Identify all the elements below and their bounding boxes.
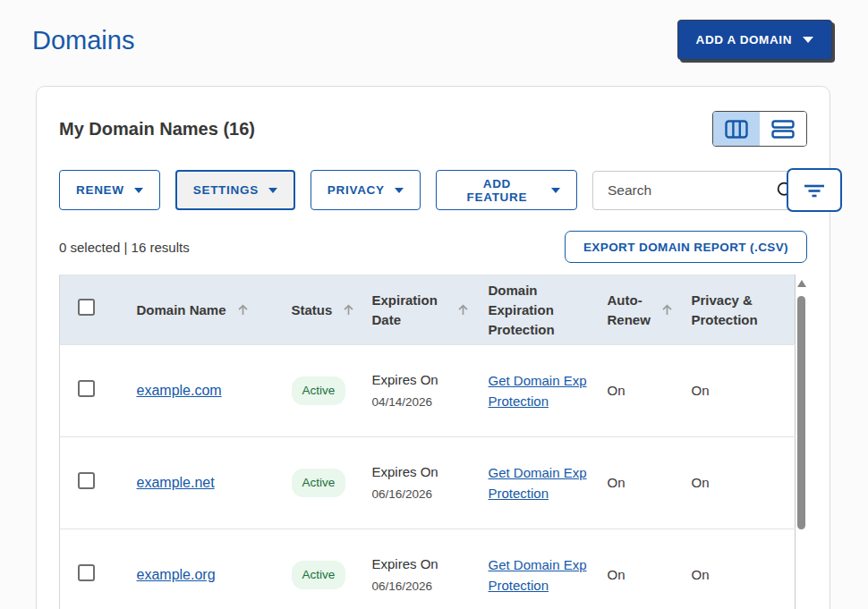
- caret-down-icon: [268, 188, 277, 193]
- domain-link[interactable]: example.org: [137, 567, 216, 582]
- get-domain-exp-protection-link[interactable]: Get Domain Exp Protection: [489, 462, 590, 504]
- table-header-row: Domain Name Status: [60, 275, 796, 345]
- column-label: Auto-Renew: [608, 291, 651, 330]
- select-all-checkbox[interactable]: [78, 299, 95, 316]
- toolbar: RENEW SETTINGS PRIVACY ADD FEATURE: [59, 170, 807, 210]
- status-badge: Active: [292, 376, 346, 405]
- sort-ascending-icon[interactable]: [341, 302, 356, 317]
- domains-table-wrap: Domain Name Status: [59, 275, 807, 609]
- column-label: Domain Name: [137, 300, 226, 320]
- add-a-domain-label: ADD A DOMAIN: [696, 33, 792, 47]
- domain-link[interactable]: example.com: [137, 383, 222, 398]
- column-header-status[interactable]: Status: [279, 275, 360, 345]
- table-row: example.org Active Expires On 06/16/2026…: [60, 529, 796, 609]
- privacy-protection-value: On: [692, 567, 710, 582]
- expires-on-label: Expires On: [372, 370, 471, 391]
- privacy-button[interactable]: PRIVACY: [311, 170, 421, 210]
- status-badge: Active: [292, 469, 346, 497]
- selection-summary: 0 selected | 16 results: [59, 240, 190, 255]
- search-box: [592, 171, 807, 210]
- expiration-date: 04/14/2026: [372, 393, 471, 411]
- my-domain-names-card: My Domain Names (16): [36, 86, 830, 609]
- scrollbar-thumb[interactable]: [797, 296, 805, 529]
- auto-renew-value: On: [608, 567, 625, 582]
- column-label: Status: [292, 300, 333, 320]
- renew-button[interactable]: RENEW: [59, 170, 160, 210]
- caret-down-icon: [803, 37, 813, 43]
- get-domain-exp-protection-link[interactable]: Get Domain Exp Protection: [489, 370, 590, 412]
- filter-button[interactable]: [787, 168, 842, 212]
- card-title-row: My Domain Names (16): [59, 111, 807, 147]
- row-checkbox[interactable]: [78, 380, 95, 397]
- export-domain-report-button[interactable]: EXPORT DOMAIN REPORT (.CSV): [565, 231, 807, 263]
- add-feature-button[interactable]: ADD FEATURE: [436, 170, 577, 210]
- selection-row: 0 selected | 16 results EXPORT DOMAIN RE…: [59, 231, 807, 263]
- column-header-domain-name[interactable]: Domain Name: [124, 275, 279, 345]
- row-view-button[interactable]: [760, 112, 806, 146]
- column-header-expiration-date[interactable]: Expiration Date: [360, 275, 476, 345]
- auto-renew-value: On: [608, 383, 625, 398]
- search-input[interactable]: [608, 182, 776, 199]
- card-title: My Domain Names (16): [59, 119, 255, 140]
- sort-ascending-icon[interactable]: [235, 302, 251, 317]
- row-checkbox[interactable]: [78, 472, 95, 489]
- renew-label: RENEW: [76, 183, 124, 197]
- settings-button[interactable]: SETTINGS: [175, 170, 295, 210]
- table-row: example.net Active Expires On 06/16/2026…: [60, 437, 796, 529]
- column-header-privacy-protection[interactable]: Privacy & Protection: [679, 275, 796, 345]
- column-header-domain-expiration-protection[interactable]: Domain Expiration Protection: [476, 275, 595, 345]
- filter-icon: [804, 182, 825, 199]
- page-title: Domains: [32, 20, 134, 55]
- expiration-date: 06/16/2026: [372, 486, 471, 503]
- table-row: example.com Active Expires On 04/14/2026…: [60, 345, 796, 437]
- caret-down-icon: [551, 188, 560, 193]
- privacy-label: PRIVACY: [328, 183, 385, 197]
- scroll-up-icon[interactable]: [797, 280, 806, 287]
- domain-link[interactable]: example.net: [137, 475, 215, 490]
- caret-down-icon: [395, 188, 404, 193]
- privacy-protection-value: On: [692, 475, 710, 490]
- column-label: Domain Expiration Protection: [489, 283, 555, 337]
- settings-label: SETTINGS: [193, 183, 259, 197]
- expiration-date: 06/16/2026: [372, 578, 471, 596]
- status-badge: Active: [292, 561, 346, 589]
- column-view-icon: [725, 120, 748, 139]
- auto-renew-value: On: [608, 475, 625, 490]
- column-view-button[interactable]: [713, 112, 760, 146]
- expires-on-label: Expires On: [372, 554, 471, 575]
- column-label: Privacy & Protection: [692, 292, 758, 327]
- column-header-auto-renew[interactable]: Auto-Renew: [595, 275, 679, 345]
- add-a-domain-button[interactable]: ADD A DOMAIN: [677, 20, 832, 60]
- privacy-protection-value: On: [692, 383, 710, 398]
- add-feature-label: ADD FEATURE: [453, 177, 541, 204]
- sort-ascending-icon[interactable]: [455, 302, 471, 317]
- column-label: Expiration Date: [372, 291, 447, 330]
- row-checkbox[interactable]: [78, 564, 95, 581]
- domains-table: Domain Name Status: [59, 275, 796, 609]
- sort-ascending-icon[interactable]: [660, 302, 675, 317]
- page-header: Domains ADD A DOMAIN: [0, 0, 868, 60]
- table-scrollbar[interactable]: [796, 278, 807, 609]
- expires-on-label: Expires On: [372, 462, 471, 483]
- row-view-icon: [771, 120, 795, 139]
- get-domain-exp-protection-link[interactable]: Get Domain Exp Protection: [489, 554, 590, 596]
- caret-down-icon: [134, 188, 143, 193]
- view-toggle: [712, 111, 807, 147]
